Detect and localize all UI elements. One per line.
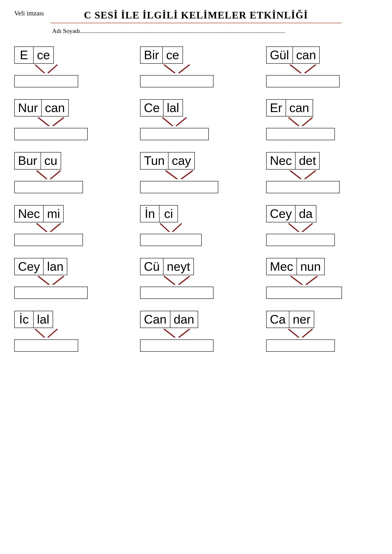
word-block-gulcan: Gülcan [266,46,340,87]
syllable-first: İn [140,205,159,222]
syllable-first: Ca [266,311,289,328]
word-block-cuneyt: Cüneyt [140,258,214,299]
write-box[interactable] [140,181,218,193]
syllables-row: Tuncay [140,152,218,169]
syllables-row: Candan [140,311,214,328]
syllable-last: da [295,205,316,222]
write-box[interactable] [266,128,335,140]
word-block-ceyda: Ceyda [266,205,335,246]
svg-line-27 [179,276,190,285]
svg-line-3 [179,65,190,73]
syllable-first: İc [14,311,33,328]
name-line: Adı Soyadı..............................… [52,28,285,35]
word-block-nurcan: Nurcan [14,99,88,140]
syllables-row: Gülcan [266,46,340,64]
syllable-last: ce [33,46,54,64]
write-box[interactable] [266,234,335,246]
write-box[interactable] [140,234,202,246]
svg-line-12 [36,171,47,179]
svg-line-31 [48,329,58,338]
syllable-last: cay [168,152,195,169]
syllable-last: det [295,152,320,169]
word-block-ceylan: Ceylan [14,258,88,299]
svg-line-29 [306,276,317,285]
syllables-row: İnci [140,205,202,222]
write-box[interactable] [140,339,214,352]
word-block-burcu: Burcu [14,152,83,193]
syllable-first: Cey [266,205,295,222]
words-grid: EceBirceGülcanNurcanCelalErcanBurcuTunca… [14,46,378,352]
svg-line-9 [176,118,187,126]
connector-lines [14,328,78,339]
connector-lines [14,117,88,128]
syllables-row: Ercan [266,99,335,117]
write-box[interactable] [14,339,78,352]
header: Veli imzası C SESİ İLE İLGİLİ KELİMELER … [14,9,378,35]
veli-label: Veli imzası [14,9,44,17]
write-box[interactable] [14,181,83,193]
word-block-caner: Caner [266,311,335,352]
write-box[interactable] [140,128,209,140]
syllable-last: can [293,46,320,64]
word-block-celal: Celal [140,99,209,140]
syllable-first: Cey [14,258,43,275]
write-box[interactable] [14,234,83,246]
connector-lines [140,328,214,339]
connector-lines [140,275,214,287]
word-block-necdet: Necdet [266,152,340,193]
syllable-first: Nec [14,205,43,222]
svg-line-11 [302,118,313,126]
svg-line-2 [164,65,175,73]
svg-line-8 [163,118,173,126]
write-box[interactable] [266,181,340,193]
syllables-row: İclal [14,311,78,328]
write-box[interactable] [14,287,88,299]
connector-lines [140,170,218,181]
svg-line-22 [288,223,299,232]
syllable-last: can [286,99,313,117]
svg-line-33 [179,329,190,338]
syllable-first: Tun [140,152,168,169]
write-box[interactable] [140,75,214,87]
svg-line-35 [302,329,313,338]
syllables-row: Celal [140,99,209,117]
svg-line-17 [305,171,316,179]
word-block-inci: İnci [140,205,202,246]
word-block-candan: Candan [140,311,214,352]
connector-lines [266,328,335,339]
syllables-row: Caner [266,311,335,328]
syllables-row: Mecnun [266,258,342,275]
syllable-first: Nec [266,152,295,169]
svg-line-10 [288,118,299,126]
svg-line-19 [50,223,61,232]
write-box[interactable] [266,287,342,299]
svg-line-14 [166,171,177,179]
connector-lines [266,64,340,75]
syllable-first: Mec [266,258,296,275]
syllable-first: Gül [266,46,293,64]
write-box[interactable] [14,75,78,87]
connector-lines [140,64,214,75]
svg-line-1 [48,65,58,73]
write-box[interactable] [266,75,340,87]
svg-line-18 [36,223,47,232]
syllables-row: Ceylan [14,258,88,275]
syllables-row: Birce [140,46,214,64]
word-block-ece: Ece [14,46,78,87]
syllable-last: ner [289,311,314,328]
syllable-last: nun [296,258,325,275]
write-box[interactable] [140,287,214,299]
svg-line-5 [305,65,316,73]
svg-line-15 [181,171,193,179]
syllable-last: mi [43,205,64,222]
write-box[interactable] [266,339,335,352]
svg-line-21 [173,223,182,232]
word-block-iclal: İclal [14,311,78,352]
main-title: C SESİ İLE İLGİLİ KELİMELER ETKİNLİĞİ [50,9,341,23]
syllables-row: Necmi [14,205,83,222]
connector-lines [266,222,335,234]
connector-lines [14,222,83,234]
connector-lines [14,275,88,287]
syllables-row: Nurcan [14,99,88,117]
write-box[interactable] [14,128,88,140]
